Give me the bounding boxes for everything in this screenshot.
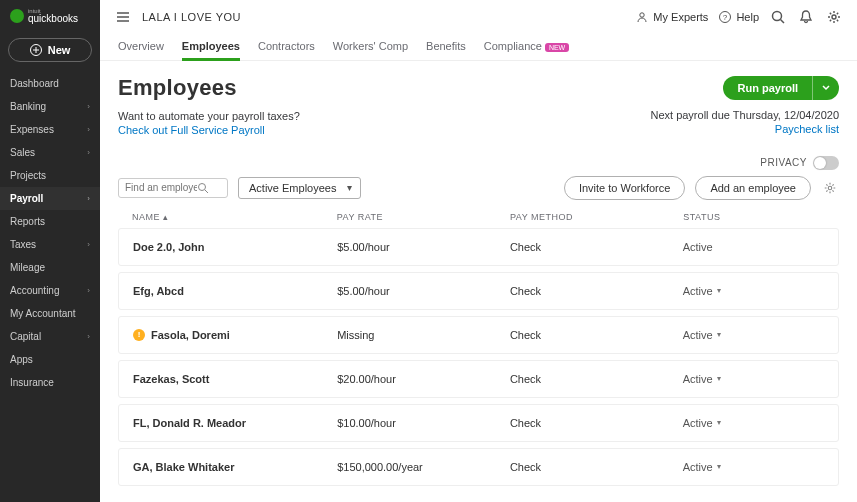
sidebar-item-expenses[interactable]: Expenses› — [0, 118, 100, 141]
help-label: Help — [736, 11, 759, 23]
col-method[interactable]: PAY METHOD — [510, 212, 683, 222]
cell-name: Efg, Abcd — [133, 285, 337, 297]
svg-point-7 — [828, 186, 832, 190]
tab-label: Compliance — [484, 40, 542, 52]
cell-status[interactable]: Active▾ — [683, 329, 824, 341]
status-label: Active — [683, 461, 713, 473]
sidebar-item-label: Projects — [10, 170, 46, 181]
run-payroll-button[interactable]: Run payroll — [723, 76, 812, 100]
my-experts-link[interactable]: My Experts — [635, 10, 708, 24]
employee-search-box[interactable] — [118, 178, 228, 198]
employee-filter-select[interactable]: Active Employees — [238, 177, 361, 199]
tab-benefits[interactable]: Benefits — [426, 34, 466, 60]
table-row[interactable]: !Fasola, DoremiMissingCheckActive▾ — [118, 316, 839, 354]
bell-icon[interactable] — [797, 8, 815, 26]
company-name: LALA I LOVE YOU — [142, 11, 241, 23]
sidebar-item-mileage[interactable]: Mileage — [0, 256, 100, 279]
tab-compliance[interactable]: ComplianceNEW — [484, 34, 569, 60]
sidebar-item-apps[interactable]: Apps — [0, 348, 100, 371]
table-row[interactable]: Fazekas, Scott$20.00/hourCheckActive▾ — [118, 360, 839, 398]
sidebar-item-label: Expenses — [10, 124, 54, 135]
privacy-row: PRIVACY — [118, 156, 839, 170]
employee-name: Fasola, Doremi — [151, 329, 230, 341]
tab-label: Overview — [118, 40, 164, 52]
new-button-label: New — [48, 44, 71, 56]
tab-label: Benefits — [426, 40, 466, 52]
cell-name: Fazekas, Scott — [133, 373, 337, 385]
employee-table: NAME ▴ PAY RATE PAY METHOD STATUS Doe 2.… — [118, 206, 839, 486]
sidebar-item-reports[interactable]: Reports — [0, 210, 100, 233]
invite-label: Invite to Workforce — [579, 182, 671, 194]
cell-name: !Fasola, Doremi — [133, 329, 337, 341]
hamburger-icon[interactable] — [114, 8, 132, 26]
table-header: NAME ▴ PAY RATE PAY METHOD STATUS — [118, 206, 839, 228]
gear-icon[interactable] — [825, 8, 843, 26]
cell-status[interactable]: Active▾ — [683, 373, 824, 385]
sidebar-item-payroll[interactable]: Payroll› — [0, 187, 100, 210]
cell-method: Check — [510, 329, 683, 341]
status-label: Active — [683, 285, 713, 297]
topbar: LALA I LOVE YOU My Experts ? Help — [100, 0, 857, 34]
cell-status[interactable]: Active▾ — [683, 285, 824, 297]
full-service-link[interactable]: Check out Full Service Payroll — [118, 124, 300, 136]
col-rate[interactable]: PAY RATE — [337, 212, 510, 222]
invite-workforce-button[interactable]: Invite to Workforce — [564, 176, 686, 200]
chevron-down-icon: ▾ — [717, 462, 721, 471]
cell-rate: $5.00/hour — [337, 241, 510, 253]
help-link[interactable]: ? Help — [718, 10, 759, 24]
cell-method: Check — [510, 373, 683, 385]
tab-label: Workers' Comp — [333, 40, 408, 52]
sidebar-item-accounting[interactable]: Accounting› — [0, 279, 100, 302]
table-row[interactable]: Doe 2.0, John$5.00/hourCheckActive — [118, 228, 839, 266]
sidebar-item-dashboard[interactable]: Dashboard — [0, 72, 100, 95]
employee-name: GA, Blake Whitaker — [133, 461, 234, 473]
run-payroll-dropdown[interactable] — [812, 76, 839, 100]
title-row: Employees Run payroll — [118, 75, 839, 101]
tab-workers-comp[interactable]: Workers' Comp — [333, 34, 408, 60]
sidebar-item-label: Apps — [10, 354, 33, 365]
col-status[interactable]: STATUS — [683, 212, 825, 222]
table-row[interactable]: FL, Donald R. Meador$10.00/hourCheckActi… — [118, 404, 839, 442]
add-employee-button[interactable]: Add an employee — [695, 176, 811, 200]
sidebar-item-insurance[interactable]: Insurance — [0, 371, 100, 394]
sidebar-item-taxes[interactable]: Taxes› — [0, 233, 100, 256]
cell-rate: $150,000.00/year — [337, 461, 510, 473]
sidebar-item-label: Sales — [10, 147, 35, 158]
paycheck-list-link[interactable]: Paycheck list — [650, 123, 839, 135]
sidebar-item-banking[interactable]: Banking› — [0, 95, 100, 118]
table-row[interactable]: GA, Blake Whitaker$150,000.00/yearCheckA… — [118, 448, 839, 486]
tab-contractors[interactable]: Contractors — [258, 34, 315, 60]
cell-status[interactable]: Active▾ — [683, 461, 824, 473]
subnav-tabs: OverviewEmployeesContractorsWorkers' Com… — [100, 34, 857, 61]
search-icon[interactable] — [769, 8, 787, 26]
employee-name: Fazekas, Scott — [133, 373, 209, 385]
run-payroll-label: Run payroll — [737, 82, 798, 94]
main-panel: LALA I LOVE YOU My Experts ? Help — [100, 0, 857, 502]
tab-employees[interactable]: Employees — [182, 34, 240, 60]
new-button[interactable]: New — [8, 38, 92, 62]
tab-overview[interactable]: Overview — [118, 34, 164, 60]
col-name[interactable]: NAME ▴ — [132, 212, 337, 222]
content-area: Employees Run payroll Want to automate y… — [100, 61, 857, 502]
cell-method: Check — [510, 285, 683, 297]
cell-method: Check — [510, 461, 683, 473]
sidebar-item-projects[interactable]: Projects — [0, 164, 100, 187]
table-settings-icon[interactable] — [821, 179, 839, 197]
chevron-right-icon: › — [87, 286, 90, 295]
sidebar-item-my-accountant[interactable]: My Accountant — [0, 302, 100, 325]
status-label: Active — [683, 417, 713, 429]
sidebar-item-sales[interactable]: Sales› — [0, 141, 100, 164]
note-row: Want to automate your payroll taxes? Che… — [118, 109, 839, 136]
privacy-toggle[interactable] — [813, 156, 839, 170]
next-payroll-block: Next payroll due Thursday, 12/04/2020 Pa… — [650, 109, 839, 136]
search-input[interactable] — [125, 182, 197, 193]
sidebar-item-capital[interactable]: Capital› — [0, 325, 100, 348]
new-pill: NEW — [545, 43, 569, 52]
svg-point-6 — [199, 183, 206, 190]
table-row[interactable]: Efg, Abcd$5.00/hourCheckActive▾ — [118, 272, 839, 310]
cell-status[interactable]: Active▾ — [683, 417, 824, 429]
my-experts-label: My Experts — [653, 11, 708, 23]
cell-status[interactable]: Active — [683, 241, 824, 253]
cell-rate: $10.00/hour — [337, 417, 510, 429]
chevron-down-icon — [821, 83, 831, 93]
